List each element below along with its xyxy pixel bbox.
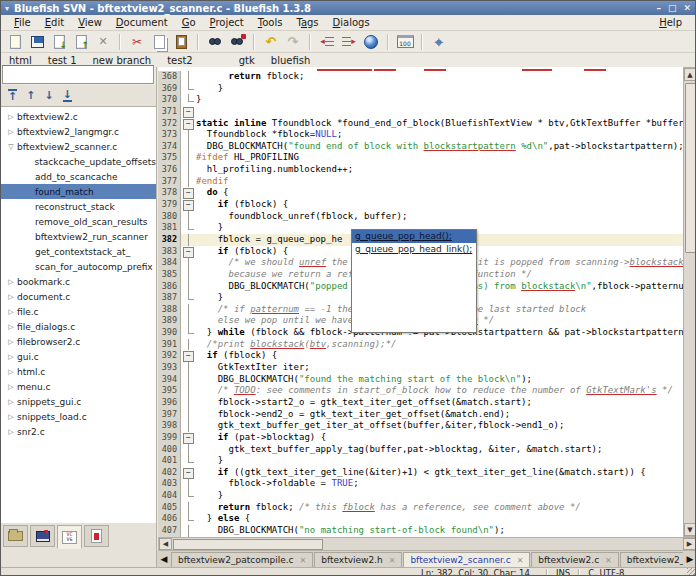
close-icon[interactable]: ✕ — [92, 32, 114, 52]
scroll-up-icon[interactable]: ▲ — [684, 68, 696, 81]
fold-marker-icon[interactable] — [181, 269, 196, 281]
paste-icon[interactable] — [170, 32, 192, 52]
fold-marker-icon[interactable] — [181, 176, 196, 188]
tree-item[interactable]: ▷menu.c — [1, 379, 156, 394]
tree-item[interactable]: ▷filebrowser2.c — [1, 334, 156, 349]
close-button[interactable]: ✕ — [683, 3, 691, 13]
fold-marker-icon[interactable] — [181, 385, 196, 397]
menu-tools[interactable]: Tools — [251, 16, 290, 29]
code-text[interactable]: GtkTextIter iter; — [196, 362, 683, 374]
code-text[interactable]: } — [196, 83, 683, 95]
fold-marker-icon[interactable] — [181, 129, 196, 141]
menu-tags[interactable]: Tags — [289, 16, 325, 29]
sidebar-tab-file-browser[interactable] — [3, 525, 28, 547]
chevron-collapsed-icon[interactable]: ▷ — [5, 413, 17, 421]
tree-item[interactable]: ▷snr2.c — [1, 424, 156, 439]
code-text[interactable]: } — [196, 490, 683, 502]
cut-icon[interactable]: ✂ — [126, 32, 148, 52]
menu-edit[interactable]: Edit — [38, 16, 71, 29]
chevron-collapsed-icon[interactable]: ▷ — [5, 353, 17, 361]
fold-marker-icon[interactable] — [181, 513, 196, 525]
code-text[interactable]: /* TODO: see comments in start_of_block … — [196, 385, 683, 397]
chevron-expanded-icon[interactable]: ▽ — [5, 143, 17, 151]
fold-marker-icon[interactable] — [181, 199, 196, 211]
find-icon[interactable] — [204, 32, 226, 52]
tree-item[interactable]: bftextview2_run_scanner — [1, 229, 156, 244]
tree-item[interactable]: ▷html.c — [1, 364, 156, 379]
sidebar-tab-function-list[interactable] — [57, 525, 82, 549]
tree-item[interactable]: ▷snippets_gui.c — [1, 394, 156, 409]
fold-marker-icon[interactable] — [181, 409, 196, 421]
fold-marker-icon[interactable] — [181, 397, 196, 409]
sidebar-filter-input[interactable] — [2, 65, 154, 84]
fold-marker-icon[interactable] — [181, 246, 196, 258]
tree-item[interactable]: remove_old_scan_results — [1, 214, 156, 229]
fold-marker-icon[interactable] — [181, 315, 196, 327]
tree-item[interactable]: ▷file_dialogs.c — [1, 319, 156, 334]
doc-tab-bftextview2.c[interactable]: bftextview2.c✕ — [531, 552, 618, 567]
resize-grip[interactable] — [687, 568, 696, 576]
fold-marker-icon[interactable] — [181, 420, 196, 432]
minimize-button[interactable]: – — [656, 3, 661, 13]
chevron-collapsed-icon[interactable]: ▷ — [5, 128, 17, 136]
quickbar-tab-test2[interactable]: test2 — [167, 55, 193, 66]
fold-marker-icon[interactable] — [181, 281, 196, 293]
tree-item[interactable]: ▷bftextview2.c — [1, 109, 156, 124]
fold-marker-icon[interactable] — [181, 327, 196, 339]
menu-document[interactable]: Document — [109, 16, 175, 29]
sidebar-tab-reference[interactable] — [30, 525, 55, 547]
scroll-right-icon[interactable]: ▶ — [683, 538, 696, 550]
horizontal-scrollbar-thumb[interactable] — [173, 539, 323, 550]
tree-item[interactable]: add_to_scancache — [1, 169, 156, 184]
chevron-collapsed-icon[interactable]: ▷ — [5, 398, 17, 406]
close-tab-icon[interactable]: ✕ — [517, 556, 524, 565]
menu-file[interactable]: File — [7, 16, 38, 29]
code-text[interactable]: hl_profiling.numblockend++; — [196, 164, 683, 176]
close-tab-icon[interactable]: ✕ — [389, 556, 396, 565]
code-text[interactable]: if (pat->blocktag) { — [196, 432, 683, 444]
code-text[interactable]: DBG_BLOCKMATCH("found end of block with … — [196, 141, 683, 153]
menu-project[interactable]: Project — [203, 16, 251, 29]
chevron-collapsed-icon[interactable]: ▷ — [5, 323, 17, 331]
horizontal-scrollbar[interactable]: ◀ ▶ — [158, 537, 696, 551]
maximize-button[interactable]: □ — [668, 3, 677, 13]
code-text[interactable]: DBG_BLOCKMATCH("found the matching start… — [196, 374, 683, 386]
close-tab-icon[interactable]: ✕ — [605, 556, 612, 565]
sidebar-tab-bookmarks[interactable] — [84, 525, 109, 547]
doc-tab-bftextview2_patcompile.c[interactable]: bftextview2_patcompile.c✕ — [171, 552, 313, 567]
fold-marker-icon[interactable] — [181, 71, 196, 83]
code-text[interactable]: gtk_text_buffer_get_iter_at_offset(buffe… — [196, 420, 683, 432]
scroll-down-icon[interactable]: ▼ — [684, 523, 696, 536]
tabs-scroll-right-icon[interactable]: ▶ — [683, 552, 696, 567]
doc-tab-bftextview2_scanner.c[interactable]: bftextview2_scanner.c✕ — [403, 552, 530, 567]
fold-marker-icon[interactable] — [181, 374, 196, 386]
quickbar-tab-new-branch[interactable]: new branch — [93, 55, 152, 66]
fold-marker-icon[interactable] — [181, 257, 196, 269]
fold-marker-icon[interactable] — [181, 118, 196, 130]
fold-marker-icon[interactable] — [181, 94, 196, 106]
titlebar[interactable]: ▾ Bluefish SVN - bftextview2_scanner.c -… — [1, 1, 695, 15]
chevron-collapsed-icon[interactable]: ▷ — [5, 113, 17, 121]
navigate-icon[interactable]: ⌖ — [428, 32, 450, 52]
chevron-collapsed-icon[interactable]: ▷ — [5, 368, 17, 376]
fold-marker-icon[interactable] — [181, 339, 196, 351]
scroll-left-icon[interactable]: ◀ — [159, 538, 172, 550]
code-text[interactable]: /*print blockstack(btv,scanning);*/ — [196, 339, 683, 351]
menu-help[interactable]: Help — [652, 16, 689, 29]
menu-view[interactable]: View — [71, 16, 109, 29]
fold-marker-icon[interactable] — [181, 362, 196, 374]
chevron-collapsed-icon[interactable]: ▷ — [5, 308, 17, 316]
fold-marker-icon[interactable] — [181, 106, 196, 118]
doc-tab-bftextview2.h[interactable]: bftextview2.h✕ — [314, 552, 402, 567]
vertical-scrollbar[interactable]: ▲ ▼ — [683, 67, 696, 537]
code-text[interactable]: fblock->end2_o = gtk_text_iter_get_offse… — [196, 409, 683, 421]
code-text[interactable]: fblock->start2_o = gtk_text_iter_get_off… — [196, 397, 683, 409]
find-replace-icon[interactable] — [226, 32, 248, 52]
jump-down-icon[interactable]: ↓ — [44, 90, 53, 101]
tree-item[interactable]: ▷gui.c — [1, 349, 156, 364]
menu-dialogs[interactable]: Dialogs — [326, 16, 377, 29]
indent-icon[interactable]: ▸ — [338, 32, 360, 52]
fold-marker-icon[interactable] — [181, 350, 196, 362]
quickbar-tab-bluefish[interactable]: bluefish — [271, 55, 310, 66]
unindent-icon[interactable]: ◂ — [316, 32, 338, 52]
